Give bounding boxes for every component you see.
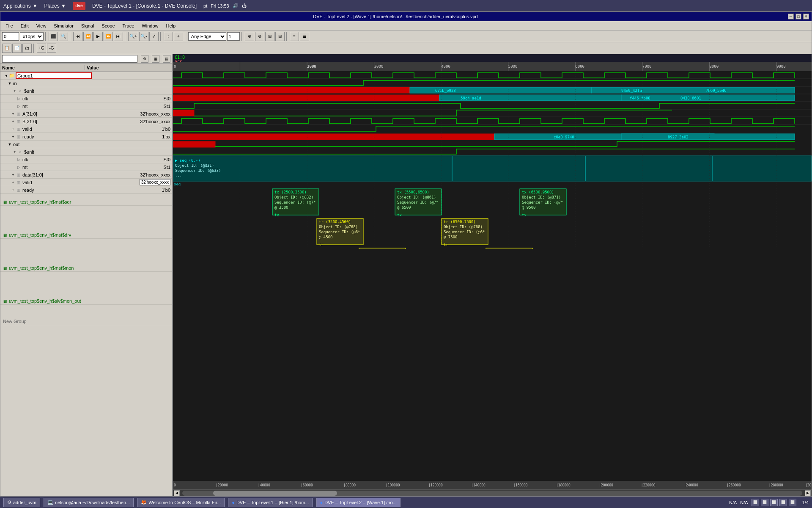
time-unit-select[interactable]: x10ps [20, 32, 44, 41]
tb2-group-add[interactable]: +G [37, 44, 46, 53]
signal-tree[interactable]: ▼ 📁 ▼ in + ○ $unit [0, 72, 172, 496]
edge-type-select[interactable]: Any Edge [188, 32, 226, 41]
out-data-row[interactable]: + ▥ data[31:0] 32'hooxx_xxxx [0, 171, 172, 179]
tb2-btn-2[interactable]: 📄 [12, 44, 22, 53]
taskbar-dve1[interactable]: ● DVE – TopLevel.1 – [Hier.1] /hom... [228, 498, 313, 507]
out-ready-expand-icon[interactable]: + [11, 188, 16, 192]
signal-options-btn[interactable]: ▤ [163, 55, 170, 63]
scrollbar-track[interactable] [182, 491, 802, 496]
tb-rewind[interactable]: ⏮ [73, 32, 82, 41]
signal-search-input[interactable] [2, 55, 137, 63]
svg-rect-46 [173, 141, 215, 147]
in-unit-expand-icon[interactable]: + [12, 89, 17, 93]
in-expand-icon[interactable]: ▼ [7, 81, 12, 86]
group1-expand-icon[interactable]: ▼ [4, 74, 9, 78]
tb-play[interactable]: ▶ [93, 32, 103, 41]
out-rst-row[interactable]: ▷ rst St1 [0, 163, 172, 171]
menu-window[interactable]: Window [138, 22, 162, 29]
menu-signal[interactable]: Signal [78, 22, 98, 29]
tb-expand[interactable]: ≡ [290, 32, 299, 41]
signal-search-btn[interactable]: ⚙ [141, 55, 148, 63]
in-clk-row[interactable]: ▷ clk St0 [0, 95, 172, 102]
cursor-value-input[interactable] [2, 32, 19, 41]
places-menu[interactable]: Places ▼ [44, 3, 66, 9]
tb-zoom-in[interactable]: 🔍+ [128, 32, 138, 41]
status-icon-5[interactable]: ⬜ [789, 499, 796, 506]
tb-step-fwd[interactable]: ⏩ [104, 32, 113, 41]
close-button[interactable]: ✕ [803, 14, 809, 19]
horizontal-scrollbar[interactable]: ◀ ▶ [173, 489, 812, 496]
uvm-drv-space [0, 239, 172, 264]
in-section-row[interactable]: ▼ in [0, 80, 172, 87]
out-valid-row[interactable]: + ▥ valid 32'hooxx_xxxx [0, 179, 172, 186]
in-b-row[interactable]: + ▥ B[31:0] 32'hooxx_xxxx [0, 118, 172, 125]
tb-btn-2[interactable]: 🔍 [59, 32, 68, 41]
tb-cursor[interactable]: ↕ [164, 32, 173, 41]
status-icon-1[interactable]: ⬜ [752, 499, 759, 506]
in-ready-row[interactable]: + ▥ ready 1'bx [0, 133, 172, 141]
out-unit-expand-icon[interactable]: + [12, 150, 17, 154]
volume-icon[interactable]: 🔊 [233, 3, 239, 8]
taskbar-dve2[interactable]: ● DVE – TopLevel.2 – [Wave.1] /ho... [316, 498, 401, 507]
tb-step-back[interactable]: ⏪ [83, 32, 93, 41]
uvm-slv-row[interactable]: ▩ uvm_test_top$env_h$slv$mon_out [0, 297, 172, 305]
group1-name-input[interactable] [16, 72, 92, 79]
group1-row[interactable]: ▼ 📁 [0, 72, 172, 80]
out-ready-row[interactable]: + ▥ ready 1'b0 [0, 186, 172, 194]
menu-simulator[interactable]: Simulator [50, 22, 77, 29]
menu-view[interactable]: View [33, 22, 50, 29]
in-ready-expand-icon[interactable]: + [11, 135, 16, 139]
tb2-btn-1[interactable]: 📋 [2, 44, 11, 53]
scroll-right-btn[interactable]: ▶ [805, 490, 811, 496]
out-valid-expand-icon[interactable]: + [11, 180, 16, 185]
uvm-drv-row[interactable]: ▩ uvm_test_top$env_h$mst$drv [0, 231, 172, 239]
scroll-left-btn[interactable]: ◀ [174, 490, 180, 496]
tb-marker[interactable]: ⌖ [174, 32, 183, 41]
in-rst-row[interactable]: ▷ rst St1 [0, 102, 172, 110]
tb-zoom-fit[interactable]: ⤢ [149, 32, 159, 41]
menu-file[interactable]: File [2, 22, 16, 29]
tb-zoom-out[interactable]: 🔍- [139, 32, 148, 41]
menu-scope[interactable]: Scope [98, 22, 118, 29]
taskbar-firefox[interactable]: 🦊 Welcome to CentOS – Mozilla Fir... [137, 498, 225, 507]
in-valid-row[interactable]: + ▥ valid 1'b0 [0, 125, 172, 133]
out-unit-row[interactable]: + ○ $unit [0, 148, 172, 156]
out-section-row[interactable]: ▼ out [0, 141, 172, 148]
tb2-btn-3[interactable]: 🗂 [22, 44, 32, 53]
tb-zoom-sel[interactable]: ⊞ [265, 32, 274, 41]
menu-trace[interactable]: Trace [119, 22, 138, 29]
status-icon-4[interactable]: ⬜ [779, 499, 787, 506]
tb-collapse[interactable]: ≣ [300, 32, 309, 41]
power-icon[interactable]: ⏻ [242, 3, 247, 8]
wave-scroll-area[interactable]: 671b_e923 94e0_42fa 7b69_5e46 59c4_ae1d … [173, 71, 812, 481]
edge-count-input[interactable] [227, 32, 240, 41]
tb-zoom-all[interactable]: ⊟ [275, 32, 285, 41]
tb-btn-1[interactable]: ⬛ [49, 32, 58, 41]
in-a-row[interactable]: + ▥ A[31:0] 32'hooxx_xxxx [0, 110, 172, 118]
signal-filter-btn[interactable]: ▦ [152, 55, 159, 63]
in-a-expand-icon[interactable]: + [11, 112, 16, 116]
applications-menu[interactable]: Applications ▼ [3, 3, 38, 9]
tb-zoom-cursor-in[interactable]: ⊕ [245, 32, 254, 41]
in-valid-expand-icon[interactable]: + [11, 127, 16, 131]
taskbar-adder[interactable]: ⚙ adder_uvm [3, 498, 40, 507]
out-data-expand-icon[interactable]: + [11, 173, 16, 177]
in-unit-row[interactable]: + ○ $unit [0, 87, 172, 95]
taskbar-terminal[interactable]: 💻 nelson@ada:~/Downloads/testben... [44, 498, 134, 507]
tb-zoom-cursor-out[interactable]: ⊖ [255, 32, 264, 41]
new-group-row[interactable]: New Group [0, 318, 172, 325]
uvm-mon-row[interactable]: ▩ uvm_test_top$env_h$mst$mon [0, 264, 172, 272]
status-icon-3[interactable]: ⬜ [770, 499, 778, 506]
in-b-expand-icon[interactable]: + [11, 119, 16, 124]
tb-end[interactable]: ⏭ [114, 32, 123, 41]
menu-help[interactable]: Help [162, 22, 179, 29]
status-icon-2[interactable]: ⬜ [761, 499, 768, 506]
maximize-button[interactable]: □ [796, 14, 801, 19]
minimize-button[interactable]: ─ [788, 14, 794, 19]
out-expand-icon[interactable]: ▼ [7, 142, 12, 146]
menu-edit[interactable]: Edit [17, 22, 32, 29]
scrollbar-thumb[interactable] [213, 491, 337, 496]
tb2-group-remove[interactable]: -G [47, 44, 56, 53]
uvm-sqr-row[interactable]: ▩ uvm_test_top$env_h$mst$sqr [0, 198, 172, 206]
out-clk-row[interactable]: ▷ clk St0 [0, 156, 172, 163]
